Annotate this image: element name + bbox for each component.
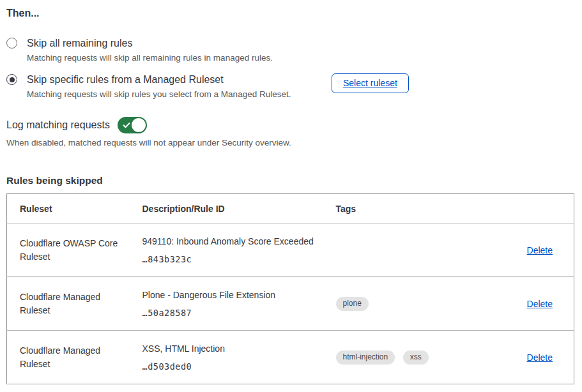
- tag-pill: plone: [336, 297, 369, 311]
- ruleset-name: Cloudflare Managed Ruleset: [7, 277, 142, 331]
- option-description: Matching requests will skip all remainin…: [27, 52, 273, 64]
- option-label: Skip specific rules from a Managed Rules…: [27, 73, 291, 87]
- select-ruleset-button[interactable]: Select ruleset: [332, 73, 409, 93]
- rules-skipped-table: Ruleset Description/Rule ID Tags Cloudfl…: [6, 193, 574, 384]
- option-skip-specific-rules[interactable]: Skip specific rules from a Managed Rules…: [6, 73, 574, 101]
- rule-id: …d503ded0: [142, 361, 323, 372]
- log-matching-label: Log matching requests: [6, 119, 110, 131]
- column-header-action: [493, 194, 574, 223]
- column-header-tags: Tags: [336, 194, 493, 223]
- log-matching-toggle[interactable]: [118, 117, 147, 133]
- delete-link[interactable]: Delete: [527, 352, 553, 363]
- tag-pill: xss: [403, 351, 429, 365]
- option-label: Skip all remaining rules: [27, 36, 273, 50]
- log-matching-description: When disabled, matched requests will not…: [6, 138, 574, 147]
- rule-description: Plone - Dangerous File Extension: [142, 289, 323, 301]
- tag-pill: html-injection: [336, 351, 395, 365]
- option-skip-all-rules[interactable]: Skip all remaining rules Matching reques…: [6, 36, 574, 64]
- rule-id: …50a28587: [142, 308, 323, 318]
- ruleset-name: Cloudflare OWASP Core Ruleset: [7, 223, 142, 277]
- rules-skipped-heading: Rules being skipped: [6, 175, 574, 186]
- column-header-ruleset: Ruleset: [7, 194, 142, 223]
- table-row: Cloudflare Managed Ruleset XSS, HTML Inj…: [7, 331, 574, 384]
- rule-description: XSS, HTML Injection: [142, 343, 323, 355]
- waf-rule-action-panel: Then... Skip all remaining rules Matchin…: [0, 0, 582, 384]
- radio-skip-specific-rules[interactable]: [6, 74, 17, 85]
- option-text: Skip specific rules from a Managed Rules…: [27, 73, 291, 101]
- rule-id: …843b323c: [142, 254, 323, 264]
- option-description: Matching requests will skip rules you se…: [27, 88, 291, 101]
- radio-skip-all-rules[interactable]: [6, 38, 17, 49]
- column-header-description: Description/Rule ID: [142, 194, 336, 223]
- tags-cell: html-injection xss: [336, 331, 493, 384]
- option-text: Skip all remaining rules Matching reques…: [27, 36, 273, 64]
- table-header-row: Ruleset Description/Rule ID Tags: [7, 194, 574, 223]
- tags-cell: [336, 223, 493, 277]
- delete-link[interactable]: Delete: [527, 299, 553, 309]
- then-heading: Then...: [6, 8, 574, 19]
- table-row: Cloudflare OWASP Core Ruleset 949110: In…: [7, 223, 574, 277]
- toggle-knob: [132, 118, 146, 132]
- rule-description: 949110: Inbound Anomaly Score Exceeded: [142, 236, 323, 248]
- check-icon: [123, 121, 130, 129]
- tags-cell: plone: [336, 277, 493, 331]
- ruleset-name: Cloudflare Managed Ruleset: [7, 331, 142, 384]
- action-radio-group: Skip all remaining rules Matching reques…: [6, 36, 574, 101]
- table-row: Cloudflare Managed Ruleset Plone - Dange…: [7, 277, 574, 331]
- delete-link[interactable]: Delete: [527, 245, 553, 255]
- log-matching-row: Log matching requests: [6, 117, 574, 133]
